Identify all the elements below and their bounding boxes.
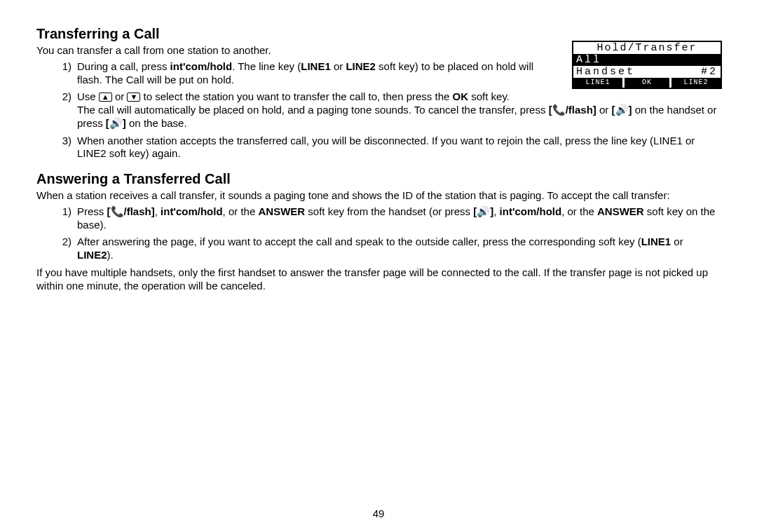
speaker-icon: 🔊: [109, 117, 123, 129]
item-number: 3): [56, 135, 71, 148]
item-text: Use ▲ or ▼ to select the station you wan…: [77, 90, 716, 129]
item-text: After answering the page, if you want to…: [77, 236, 683, 261]
trailing-note: If you have multiple handsets, only the …: [36, 266, 721, 293]
item-number: 2): [56, 236, 71, 249]
list-item: 1) Press [📞/flash], int'com/hold, or the…: [36, 205, 721, 232]
item-text: When another station accepts the transfe…: [77, 135, 695, 160]
talk-icon: 📞: [111, 205, 124, 217]
item-number: 2): [56, 90, 71, 104]
list-item: 1) During a call, press int'com/hold. Th…: [36, 60, 721, 87]
talk-icon: 📞: [552, 104, 566, 116]
item-text: During a call, press int'com/hold. The l…: [77, 60, 533, 86]
up-arrow-icon: ▲: [99, 93, 112, 102]
list-item: 2) Use ▲ or ▼ to select the station you …: [36, 90, 721, 130]
list-transferring: 1) During a call, press int'com/hold. Th…: [36, 60, 721, 161]
speaker-icon: 🔊: [477, 205, 490, 217]
heading-answering: Answering a Transferred Call: [36, 170, 721, 188]
item-number: 1): [56, 205, 71, 219]
item-number: 1): [56, 60, 71, 74]
list-item: 3) When another station accepts the tran…: [36, 135, 721, 161]
down-arrow-icon: ▼: [127, 93, 140, 102]
list-answering: 1) Press [📞/flash], int'com/hold, or the…: [36, 205, 721, 262]
item-text: Press [📞/flash], int'com/hold, or the AN…: [77, 205, 715, 231]
list-item: 2) After answering the page, if you want…: [36, 236, 721, 262]
lcd-title: Hold/Transfer: [573, 42, 721, 54]
page-number: 49: [0, 507, 757, 521]
speaker-icon: 🔊: [615, 104, 629, 116]
intro-answering: When a station receives a call transfer,…: [36, 189, 721, 203]
